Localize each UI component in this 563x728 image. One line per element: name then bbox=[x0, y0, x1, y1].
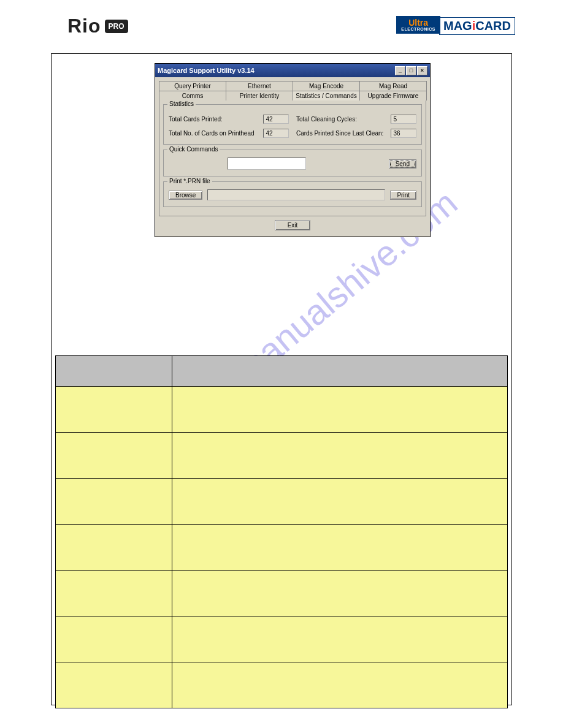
magicard-prefix: MAG bbox=[443, 19, 472, 32]
table-row bbox=[56, 387, 508, 433]
close-button[interactable]: × bbox=[417, 66, 427, 75]
window-body: Query Printer Ethernet Mag Encode Mag Re… bbox=[155, 77, 430, 237]
table-row bbox=[56, 479, 508, 525]
table-header-1 bbox=[56, 356, 172, 387]
quick-command-input[interactable] bbox=[228, 157, 306, 170]
tab-ethernet[interactable]: Ethernet bbox=[226, 81, 293, 91]
tab-mag-encode[interactable]: Mag Encode bbox=[293, 81, 360, 91]
requirements-table bbox=[55, 355, 508, 708]
tab-panel: Statistics Total Cards Printed: 42 Total… bbox=[159, 100, 426, 216]
maximize-button[interactable]: □ bbox=[406, 66, 416, 75]
tabs-row-1: Query Printer Ethernet Mag Encode Mag Re… bbox=[159, 81, 426, 91]
total-cleaning-label: Total Cleaning Cycles: bbox=[296, 116, 387, 123]
tab-statistics-commands[interactable]: Statistics / Commands bbox=[293, 91, 360, 100]
table-row bbox=[56, 571, 508, 616]
tab-mag-read[interactable]: Mag Read bbox=[359, 81, 427, 91]
exit-button[interactable]: Exit bbox=[275, 220, 311, 230]
total-ph-value: 42 bbox=[263, 129, 289, 138]
tab-comms[interactable]: Comms bbox=[159, 91, 226, 100]
total-cards-label: Total Cards Printed: bbox=[169, 116, 259, 123]
print-button[interactable]: Print bbox=[390, 191, 416, 200]
prn-path-field bbox=[207, 189, 385, 200]
statistics-legend: Statistics bbox=[167, 100, 196, 107]
since-clean-value: 36 bbox=[391, 129, 416, 138]
magicard-suffix: CARD bbox=[475, 19, 511, 32]
total-ph-label: Total No. of Cards on Printhead bbox=[169, 130, 259, 137]
statistics-group: Statistics Total Cards Printed: 42 Total… bbox=[163, 104, 422, 145]
quick-commands-group: Quick Commands Send bbox=[163, 150, 422, 176]
total-cards-value: 42 bbox=[263, 115, 289, 124]
table-row bbox=[56, 433, 508, 479]
support-utility-window: Magicard Support Utility v3.14 _ □ × Que… bbox=[155, 63, 431, 237]
window-controls: _ □ × bbox=[395, 66, 427, 75]
ultra-bottom: ELECTRONICS bbox=[401, 27, 435, 31]
send-button[interactable]: Send bbox=[389, 159, 416, 169]
print-prn-group: Print *.PRN file Browse Print bbox=[163, 181, 422, 207]
tab-printer-identity[interactable]: Printer Identity bbox=[226, 91, 293, 100]
minimize-button[interactable]: _ bbox=[395, 66, 405, 75]
table-row bbox=[56, 662, 508, 708]
quick-commands-legend: Quick Commands bbox=[167, 146, 220, 153]
print-prn-legend: Print *.PRN file bbox=[167, 178, 212, 184]
page-content-box: manualshive.com Magicard Support Utility… bbox=[51, 53, 512, 705]
tab-upgrade-firmware[interactable]: Upgrade Firmware bbox=[359, 91, 427, 100]
total-cleaning-value: 5 bbox=[391, 115, 416, 124]
page-header: Rio PRO Ultra ELECTRONICS MAGiCARD bbox=[0, 15, 563, 39]
ultra-top: Ultra bbox=[408, 18, 428, 28]
pro-badge: PRO bbox=[105, 20, 128, 33]
tab-query-printer[interactable]: Query Printer bbox=[159, 81, 226, 91]
magicard-logo: MAGiCARD bbox=[439, 17, 515, 35]
window-title: Magicard Support Utility v3.14 bbox=[158, 67, 255, 74]
rio-text: Rio bbox=[67, 15, 101, 37]
titlebar: Magicard Support Utility v3.14 _ □ × bbox=[155, 64, 430, 77]
rio-pro-logo: Rio PRO bbox=[67, 15, 128, 37]
ultra-electronics-logo: Ultra ELECTRONICS bbox=[396, 16, 440, 34]
since-clean-label: Cards Printed Since Last Clean: bbox=[296, 130, 387, 137]
table-header-2 bbox=[172, 356, 508, 387]
exit-row: Exit bbox=[159, 216, 426, 233]
table-row bbox=[56, 616, 508, 662]
browse-button[interactable]: Browse bbox=[169, 191, 202, 200]
tabs-row-2: Comms Printer Identity Statistics / Comm… bbox=[159, 91, 426, 100]
table-row bbox=[56, 525, 508, 571]
